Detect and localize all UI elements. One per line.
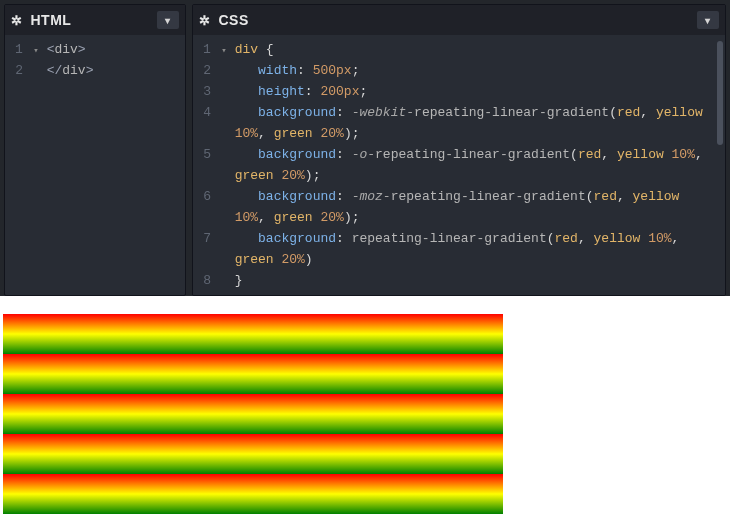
html-gutter: 1 ▾2 <box>5 39 47 81</box>
css-panel-header: ✲ CSS ▾ <box>193 5 725 35</box>
editor-area: ✲ HTML ▾ 1 ▾2 <div></div> ✲ CSS ▾ 1 ▾2 3… <box>0 0 730 296</box>
html-panel: ✲ HTML ▾ 1 ▾2 <div></div> <box>4 4 186 296</box>
html-panel-header: ✲ HTML ▾ <box>5 5 185 35</box>
css-code[interactable]: div { width: 500px; height: 200px; backg… <box>235 39 725 291</box>
scrollbar[interactable] <box>717 41 723 145</box>
html-code[interactable]: <div></div> <box>47 39 185 81</box>
css-panel-title: CSS <box>219 12 249 28</box>
css-panel: ✲ CSS ▾ 1 ▾2 3 4 5 6 7 8 div { width: 50… <box>192 4 726 296</box>
gear-icon[interactable]: ✲ <box>11 13 23 28</box>
preview-area <box>0 296 730 514</box>
html-code-area[interactable]: 1 ▾2 <div></div> <box>5 35 185 85</box>
css-gutter: 1 ▾2 3 4 5 6 7 8 <box>193 39 235 291</box>
gradient-preview <box>3 314 503 514</box>
html-panel-title: HTML <box>31 12 72 28</box>
css-code-area[interactable]: 1 ▾2 3 4 5 6 7 8 div { width: 500px; hei… <box>193 35 725 295</box>
chevron-down-icon[interactable]: ▾ <box>157 11 179 29</box>
chevron-down-icon[interactable]: ▾ <box>697 11 719 29</box>
gear-icon[interactable]: ✲ <box>199 13 211 28</box>
